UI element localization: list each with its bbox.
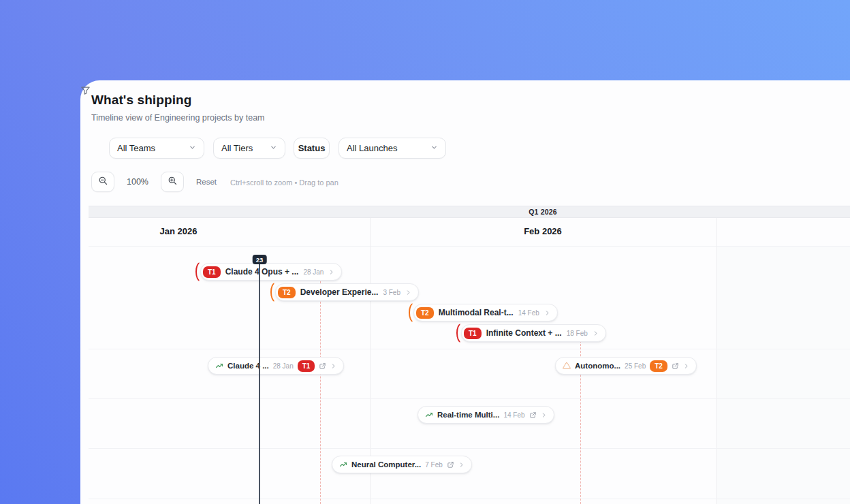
status-filter-label: Status: [298, 143, 326, 153]
tiers-filter-dropdown[interactable]: All Tiers: [213, 138, 285, 159]
trend-up-icon: [339, 460, 347, 469]
quarter-band: [89, 206, 850, 218]
page-subtitle: Timeline view of Engineering projects by…: [91, 113, 265, 123]
external-link-icon[interactable]: [447, 461, 454, 469]
tier-badge: T1: [464, 328, 482, 339]
milestone-dashed-line: [320, 278, 321, 504]
launches-filter-dropdown[interactable]: All Launches: [339, 138, 446, 159]
magnifier-minus-icon: [98, 176, 108, 189]
project-date: 28 Jan: [303, 268, 324, 276]
chevron-right-icon: [330, 363, 336, 369]
teams-filter-dropdown[interactable]: All Teams: [109, 138, 204, 159]
status-filter-button[interactable]: Status: [294, 138, 330, 159]
tiers-filter-value: All Tiers: [221, 143, 253, 153]
chevron-right-icon: [328, 269, 334, 275]
chevron-down-icon: [189, 143, 196, 153]
launch-name: Claude 4 ...: [227, 362, 269, 370]
zoom-hint-text: Ctrl+scroll to zoom • Drag to pan: [230, 178, 339, 187]
project-name: Multimodal Real-t...: [439, 308, 514, 317]
march-column-shade: [717, 219, 850, 504]
chevron-right-icon: [405, 289, 411, 296]
project-name: Claude 4 Opus + ...: [225, 267, 299, 277]
launch-pill[interactable]: Real-time Multi... 14 Feb: [418, 406, 554, 424]
zoom-in-button[interactable]: [161, 172, 184, 192]
today-marker-badge: 23: [253, 255, 267, 264]
chevron-right-icon: [593, 330, 599, 336]
tier-badge: T1: [203, 266, 221, 278]
month-label-feb: Feb 2026: [502, 226, 584, 236]
project-date: 3 Feb: [383, 289, 400, 296]
row-separator: [89, 499, 850, 499]
launch-pill[interactable]: Autonomo... 25 Feb T2: [555, 357, 697, 375]
external-link-icon[interactable]: [529, 411, 537, 419]
launch-name: Autonomo...: [575, 362, 620, 370]
launch-date: 25 Feb: [625, 362, 646, 370]
chevron-right-icon: [683, 363, 689, 369]
project-name: Infinite Context + ...: [486, 328, 562, 338]
chevron-down-icon: [270, 143, 277, 153]
launch-name: Neural Computer...: [351, 460, 421, 469]
magnifier-plus-icon: [168, 176, 178, 189]
row-separator: [89, 398, 850, 399]
chevron-right-icon: [541, 412, 547, 418]
launch-name: Real-time Multi...: [437, 411, 499, 419]
project-date: 18 Feb: [567, 330, 588, 337]
tier-badge: T1: [298, 360, 315, 372]
whats-shipping-panel: What's shipping Timeline view of Enginee…: [80, 80, 850, 504]
project-bar[interactable]: T2 Developer Experie... 3 Feb: [270, 283, 419, 302]
zoom-reset-button[interactable]: Reset: [196, 178, 217, 186]
zoom-out-button[interactable]: [91, 172, 114, 192]
timeline-grid[interactable]: Q1 2026 Jan 2026 Feb 2026 23 T1 Claude 4…: [89, 206, 850, 504]
trend-up-icon: [425, 411, 433, 419]
tier-badge: T2: [416, 307, 434, 319]
launches-filter-value: All Launches: [347, 143, 397, 153]
project-bar[interactable]: T2 Multimodal Real-t... 14 Feb: [409, 303, 558, 322]
chevron-right-icon: [544, 310, 550, 316]
project-name: Developer Experie...: [300, 287, 379, 297]
row-separator: [89, 349, 850, 349]
chevron-right-icon: [458, 462, 465, 468]
zoom-toolbar: 100% Reset Ctrl+scroll to zoom • Drag to…: [80, 172, 850, 192]
launch-date: 7 Feb: [425, 461, 443, 469]
month-label-jan: Jan 2026: [138, 226, 219, 236]
tier-badge: T2: [650, 360, 667, 372]
chevron-down-icon: [430, 143, 438, 153]
project-bar[interactable]: T1 Claude 4 Opus + ... 28 Jan: [195, 262, 342, 281]
project-date: 14 Feb: [518, 309, 539, 317]
today-line: [259, 260, 260, 504]
row-separator: [89, 448, 850, 449]
project-bar[interactable]: T1 Infinite Context + ... 18 Feb: [456, 324, 606, 343]
column-divider: [717, 218, 717, 504]
external-link-icon[interactable]: [672, 362, 679, 370]
launch-date: 14 Feb: [503, 411, 524, 419]
trend-up-icon: [215, 362, 223, 370]
external-link-icon[interactable]: [319, 362, 326, 370]
warning-triangle-icon: [563, 362, 571, 370]
tier-badge: T2: [278, 287, 296, 298]
launch-date: 28 Jan: [273, 362, 294, 370]
zoom-level: 100%: [123, 177, 153, 187]
launch-pill[interactable]: Neural Computer... 7 Feb: [332, 456, 472, 473]
quarter-label: Q1 2026: [502, 208, 584, 216]
launch-pill[interactable]: Claude 4 ... 28 Jan T1: [208, 357, 344, 375]
filter-funnel-icon: [80, 85, 91, 98]
teams-filter-value: All Teams: [117, 143, 155, 153]
page-title: What's shipping: [91, 93, 191, 108]
